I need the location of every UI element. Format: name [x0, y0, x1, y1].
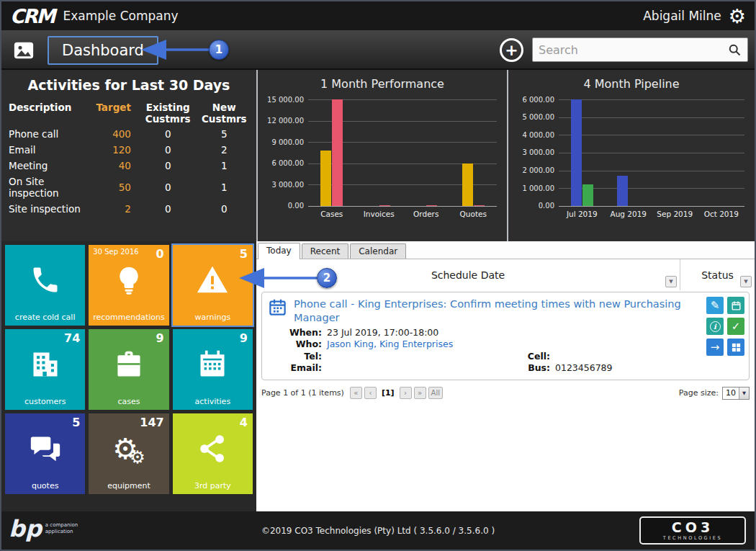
page-button[interactable]: › [400, 387, 412, 399]
tile-recommendations[interactable]: 30 Sep 2016 0 recommendations [89, 245, 168, 326]
top-bar: CRM Example Company Abigail Milne ⚙ [1, 1, 755, 30]
activities-title: Activities for Last 30 Days [7, 77, 251, 93]
bar-orders [426, 205, 437, 206]
tile-customers[interactable]: 74 customers [5, 329, 85, 410]
activities-table: Description Target Existing Custmrs New … [7, 100, 251, 217]
chevron-down-icon: ▼ [739, 388, 749, 399]
tile-quotes[interactable]: 5 quotes [5, 413, 85, 494]
calendar-icon [197, 349, 228, 380]
company-name: Example Company [63, 9, 178, 23]
annotation-step-1: 1 [209, 40, 229, 60]
briefcase-icon [113, 349, 145, 380]
x-axis-labels: Jul 2019Aug 2019Sep 2019Oct 2019 [559, 210, 744, 218]
chat-bubbles-icon [30, 433, 61, 465]
annotation-step-2: 2 [317, 268, 337, 288]
tile-count: 147 [140, 416, 163, 429]
x-axis-labels: CasesInvoicesOrdersQuotes [308, 210, 497, 218]
arrow-icon: → [711, 341, 720, 354]
bar-cases [320, 151, 331, 206]
user-name: Abigail Milne [643, 9, 721, 23]
tile-date: 30 Sep 2016 [93, 248, 138, 256]
info-button[interactable]: i [706, 318, 724, 335]
tile-label: activities [173, 397, 253, 406]
page-button[interactable]: All [428, 387, 443, 399]
tile-equipment[interactable]: 147 ⚙⚙ equipment [89, 413, 168, 494]
activities-row: Site inspection200 [7, 201, 251, 217]
tile-count: 5 [72, 416, 80, 429]
pencil-icon: ✎ [711, 299, 720, 312]
footer: bp a companion application ©2019 CO3 Tec… [1, 511, 755, 550]
search-icon[interactable] [727, 42, 742, 57]
page-size-select[interactable]: 10 ▼ [722, 387, 750, 400]
dashboard-button[interactable]: Dashboard [48, 36, 158, 65]
tile-count: 74 [64, 331, 80, 345]
image-button[interactable] [10, 39, 37, 62]
tile-label: equipment [89, 481, 168, 490]
tab-calendar[interactable]: Calendar [350, 243, 406, 259]
tel-value [327, 351, 510, 363]
tile-create-cold-call[interactable]: create cold call [5, 245, 85, 326]
y-axis-labels: 15 000.0012 000.009 000.006 000.003 000.… [264, 99, 308, 206]
page-button[interactable]: [1] [379, 387, 397, 399]
tile-cases[interactable]: 9 cases [89, 329, 168, 410]
complete-button[interactable]: ✓ [727, 318, 744, 335]
go-button[interactable]: → [706, 339, 724, 356]
schedule-date-header: Schedule Date [431, 269, 505, 281]
page-button[interactable]: ‹ [364, 387, 377, 399]
tile-warnings[interactable]: 5 warnings [173, 245, 253, 326]
tab-recent[interactable]: Recent [302, 243, 348, 259]
tile-label: quotes [5, 481, 85, 490]
who-link[interactable]: Jason King, King Enterprises [327, 339, 453, 351]
performance-chart: 1 Month Performance 15 000.0012 000.009 … [256, 70, 507, 241]
status-filter-button[interactable]: ▼ [740, 276, 752, 287]
info-icon: i [710, 321, 721, 332]
tile-label: recommendations [89, 313, 168, 322]
y-axis-labels: 6 000.005 000.004 000.003 000.002 000.00… [514, 99, 559, 206]
schedule-date-filter-button[interactable]: ▼ [665, 276, 677, 287]
activities-row: Phone call40005 [7, 126, 251, 142]
lightbulb-icon [113, 264, 145, 296]
schedule-item[interactable]: Phone call - King Enterprises: Confirm m… [261, 292, 750, 380]
page-size-label: Page size: [679, 388, 719, 398]
tile-count: 4 [240, 416, 248, 429]
add-button[interactable]: + [500, 38, 523, 62]
tab-today[interactable]: Today [258, 243, 300, 259]
column-target: Target [94, 100, 138, 126]
grid-button[interactable] [727, 339, 744, 356]
activities-row: Email12002 [7, 142, 251, 158]
page-button[interactable]: « [350, 387, 362, 399]
building-icon [30, 349, 61, 380]
tile-count: 9 [240, 331, 248, 345]
tile-grid: create cold call 30 Sep 2016 0 recommend… [1, 241, 256, 511]
page-button[interactable]: » [414, 387, 426, 399]
tile-3rd-party[interactable]: 4 3rd party [173, 413, 253, 494]
chart-title: 4 Month Pipeline [508, 70, 755, 91]
calendar-button[interactable] [727, 297, 744, 314]
who-label: Who: [268, 339, 327, 351]
settings-gear-icon[interactable]: ⚙ [729, 6, 746, 26]
tile-activities[interactable]: 9 activities [173, 329, 253, 410]
bar-quotes [474, 205, 485, 206]
tel-label: Tel: [268, 351, 327, 363]
bar-quotes [462, 163, 473, 206]
bar-cases [332, 99, 343, 206]
email-label: Email: [268, 362, 327, 375]
search-input[interactable] [539, 43, 727, 57]
photo-icon [12, 40, 36, 61]
pagination-buttons: «‹[1]›»All [350, 387, 443, 399]
bar-invoices [379, 205, 390, 206]
plot-area [559, 99, 744, 206]
edit-button[interactable]: ✎ [706, 297, 724, 314]
activities-table-body: Phone call40005Email12002Meeting4001On S… [7, 126, 251, 217]
activities-panel: Activities for Last 30 Days Description … [1, 70, 256, 241]
schedule-item-title[interactable]: Phone call - King Enterprises: Confirm m… [294, 297, 688, 325]
tile-label: warnings [173, 313, 253, 322]
share-icon [197, 433, 228, 465]
pagination: Page 1 of 1 (1 items) «‹[1]›»All Page si… [261, 387, 750, 400]
crm-logo: CRM [10, 5, 54, 27]
bus-label: Bus: [510, 362, 555, 375]
when-value: 23 Jul 2019, 17:00-18:00 [327, 327, 438, 339]
page-summary: Page 1 of 1 (1 items) [261, 388, 344, 398]
check-icon: ✓ [732, 320, 741, 333]
tile-count: 9 [156, 331, 164, 345]
